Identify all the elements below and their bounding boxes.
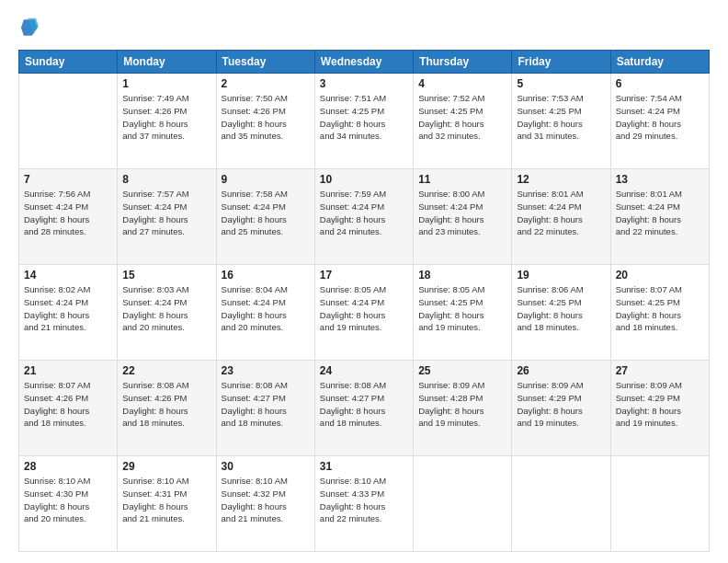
- day-number: 6: [616, 77, 704, 90]
- day-info: Sunrise: 8:01 AMSunset: 4:24 PMDaylight:…: [517, 188, 605, 238]
- day-number: 9: [222, 173, 310, 186]
- day-number: 13: [616, 173, 704, 186]
- calendar-cell: 21Sunrise: 8:07 AMSunset: 4:26 PMDayligh…: [19, 361, 118, 456]
- calendar-cell: 20Sunrise: 8:07 AMSunset: 4:25 PMDayligh…: [610, 265, 709, 361]
- day-info: Sunrise: 7:52 AMSunset: 4:25 PMDaylight:…: [418, 92, 506, 143]
- calendar-cell: 11Sunrise: 8:00 AMSunset: 4:24 PMDayligh…: [414, 169, 512, 265]
- day-number: 2: [222, 77, 310, 90]
- calendar-cell: [512, 456, 610, 552]
- calendar-header-friday: Friday: [512, 51, 610, 74]
- day-info: Sunrise: 7:57 AMSunset: 4:24 PMDaylight:…: [122, 188, 210, 238]
- calendar-cell: 4Sunrise: 7:52 AMSunset: 4:25 PMDaylight…: [414, 74, 512, 169]
- calendar-cell: 6Sunrise: 7:54 AMSunset: 4:24 PMDaylight…: [610, 74, 709, 169]
- day-number: 27: [616, 364, 704, 377]
- day-info: Sunrise: 7:58 AMSunset: 4:24 PMDaylight:…: [222, 188, 310, 238]
- calendar-cell: 25Sunrise: 8:09 AMSunset: 4:28 PMDayligh…: [414, 361, 512, 456]
- day-number: 21: [24, 364, 112, 377]
- day-info: Sunrise: 8:09 AMSunset: 4:29 PMDaylight:…: [616, 379, 704, 430]
- calendar-header-row: SundayMondayTuesdayWednesdayThursdayFrid…: [19, 51, 710, 74]
- day-info: Sunrise: 7:56 AMSunset: 4:24 PMDaylight:…: [24, 188, 112, 238]
- calendar-cell: 15Sunrise: 8:03 AMSunset: 4:24 PMDayligh…: [118, 265, 216, 361]
- calendar-cell: 12Sunrise: 8:01 AMSunset: 4:24 PMDayligh…: [512, 169, 610, 265]
- day-number: 16: [222, 269, 310, 282]
- calendar-cell: [610, 456, 709, 552]
- calendar-cell: 31Sunrise: 8:10 AMSunset: 4:33 PMDayligh…: [314, 456, 413, 552]
- calendar-cell: 19Sunrise: 8:06 AMSunset: 4:25 PMDayligh…: [512, 265, 610, 361]
- day-number: 20: [616, 269, 704, 282]
- day-number: 25: [418, 364, 506, 377]
- day-info: Sunrise: 8:10 AMSunset: 4:30 PMDaylight:…: [24, 475, 112, 525]
- day-number: 15: [122, 269, 210, 282]
- calendar-header-wednesday: Wednesday: [314, 51, 413, 74]
- day-number: 3: [320, 77, 408, 90]
- day-info: Sunrise: 7:53 AMSunset: 4:25 PMDaylight:…: [517, 92, 605, 143]
- day-number: 18: [418, 269, 506, 282]
- day-info: Sunrise: 7:51 AMSunset: 4:25 PMDaylight:…: [320, 92, 408, 143]
- day-number: 19: [517, 269, 605, 282]
- calendar-cell: [19, 74, 118, 169]
- calendar-header-thursday: Thursday: [414, 51, 512, 74]
- day-info: Sunrise: 8:06 AMSunset: 4:25 PMDaylight:…: [517, 283, 605, 334]
- day-info: Sunrise: 8:00 AMSunset: 4:24 PMDaylight:…: [418, 188, 506, 238]
- day-info: Sunrise: 8:01 AMSunset: 4:24 PMDaylight:…: [616, 188, 704, 238]
- calendar-cell: 7Sunrise: 7:56 AMSunset: 4:24 PMDaylight…: [19, 169, 118, 265]
- day-info: Sunrise: 7:54 AMSunset: 4:24 PMDaylight:…: [616, 92, 704, 143]
- calendar-cell: 2Sunrise: 7:50 AMSunset: 4:26 PMDaylight…: [216, 74, 314, 169]
- day-number: 17: [320, 269, 408, 282]
- calendar-cell: 14Sunrise: 8:02 AMSunset: 4:24 PMDayligh…: [19, 265, 118, 361]
- calendar-cell: 10Sunrise: 7:59 AMSunset: 4:24 PMDayligh…: [314, 169, 413, 265]
- calendar-week-4: 21Sunrise: 8:07 AMSunset: 4:26 PMDayligh…: [19, 361, 710, 456]
- calendar-cell: 17Sunrise: 8:05 AMSunset: 4:24 PMDayligh…: [314, 265, 413, 361]
- day-info: Sunrise: 8:04 AMSunset: 4:24 PMDaylight:…: [222, 283, 310, 334]
- logo-icon: [18, 15, 39, 40]
- page: SundayMondayTuesdayWednesdayThursdayFrid…: [0, 0, 728, 563]
- day-number: 31: [320, 460, 408, 473]
- day-number: 22: [122, 364, 210, 377]
- calendar-cell: 5Sunrise: 7:53 AMSunset: 4:25 PMDaylight…: [512, 74, 610, 169]
- day-number: 14: [24, 269, 112, 282]
- day-number: 23: [222, 364, 310, 377]
- calendar-cell: 24Sunrise: 8:08 AMSunset: 4:27 PMDayligh…: [314, 361, 413, 456]
- calendar-cell: 26Sunrise: 8:09 AMSunset: 4:29 PMDayligh…: [512, 361, 610, 456]
- day-info: Sunrise: 8:07 AMSunset: 4:26 PMDaylight:…: [24, 379, 112, 430]
- day-info: Sunrise: 8:10 AMSunset: 4:33 PMDaylight:…: [320, 475, 408, 525]
- calendar-cell: 8Sunrise: 7:57 AMSunset: 4:24 PMDaylight…: [118, 169, 216, 265]
- day-info: Sunrise: 8:10 AMSunset: 4:31 PMDaylight:…: [122, 475, 210, 525]
- day-number: 1: [122, 77, 210, 90]
- calendar-cell: 16Sunrise: 8:04 AMSunset: 4:24 PMDayligh…: [216, 265, 314, 361]
- calendar-cell: 28Sunrise: 8:10 AMSunset: 4:30 PMDayligh…: [19, 456, 118, 552]
- calendar-cell: 22Sunrise: 8:08 AMSunset: 4:26 PMDayligh…: [118, 361, 216, 456]
- day-info: Sunrise: 8:09 AMSunset: 4:29 PMDaylight:…: [517, 379, 605, 430]
- day-number: 29: [122, 460, 210, 473]
- logo: [18, 15, 40, 40]
- day-number: 24: [320, 364, 408, 377]
- day-info: Sunrise: 8:09 AMSunset: 4:28 PMDaylight:…: [418, 379, 506, 430]
- day-info: Sunrise: 8:08 AMSunset: 4:27 PMDaylight:…: [222, 379, 310, 430]
- day-number: 26: [517, 364, 605, 377]
- calendar-cell: 23Sunrise: 8:08 AMSunset: 4:27 PMDayligh…: [216, 361, 314, 456]
- day-number: 10: [320, 173, 408, 186]
- calendar-cell: 1Sunrise: 7:49 AMSunset: 4:26 PMDaylight…: [118, 74, 216, 169]
- day-number: 11: [418, 173, 506, 186]
- day-info: Sunrise: 8:10 AMSunset: 4:32 PMDaylight:…: [222, 475, 310, 525]
- header: [18, 15, 710, 40]
- calendar-week-3: 14Sunrise: 8:02 AMSunset: 4:24 PMDayligh…: [19, 265, 710, 361]
- calendar-cell: 27Sunrise: 8:09 AMSunset: 4:29 PMDayligh…: [610, 361, 709, 456]
- day-number: 28: [24, 460, 112, 473]
- day-info: Sunrise: 8:08 AMSunset: 4:27 PMDaylight:…: [320, 379, 408, 430]
- day-number: 12: [517, 173, 605, 186]
- day-info: Sunrise: 8:08 AMSunset: 4:26 PMDaylight:…: [122, 379, 210, 430]
- calendar-cell: 30Sunrise: 8:10 AMSunset: 4:32 PMDayligh…: [216, 456, 314, 552]
- calendar-header-saturday: Saturday: [610, 51, 709, 74]
- calendar-week-5: 28Sunrise: 8:10 AMSunset: 4:30 PMDayligh…: [19, 456, 710, 552]
- calendar-cell: 9Sunrise: 7:58 AMSunset: 4:24 PMDaylight…: [216, 169, 314, 265]
- calendar-week-1: 1Sunrise: 7:49 AMSunset: 4:26 PMDaylight…: [19, 74, 710, 169]
- day-info: Sunrise: 8:05 AMSunset: 4:24 PMDaylight:…: [320, 283, 408, 334]
- day-number: 30: [222, 460, 310, 473]
- calendar-cell: 18Sunrise: 8:05 AMSunset: 4:25 PMDayligh…: [414, 265, 512, 361]
- calendar-cell: 13Sunrise: 8:01 AMSunset: 4:24 PMDayligh…: [610, 169, 709, 265]
- day-info: Sunrise: 8:02 AMSunset: 4:24 PMDaylight:…: [24, 283, 112, 334]
- calendar-cell: 3Sunrise: 7:51 AMSunset: 4:25 PMDaylight…: [314, 74, 413, 169]
- calendar-cell: 29Sunrise: 8:10 AMSunset: 4:31 PMDayligh…: [118, 456, 216, 552]
- calendar-header-tuesday: Tuesday: [216, 51, 314, 74]
